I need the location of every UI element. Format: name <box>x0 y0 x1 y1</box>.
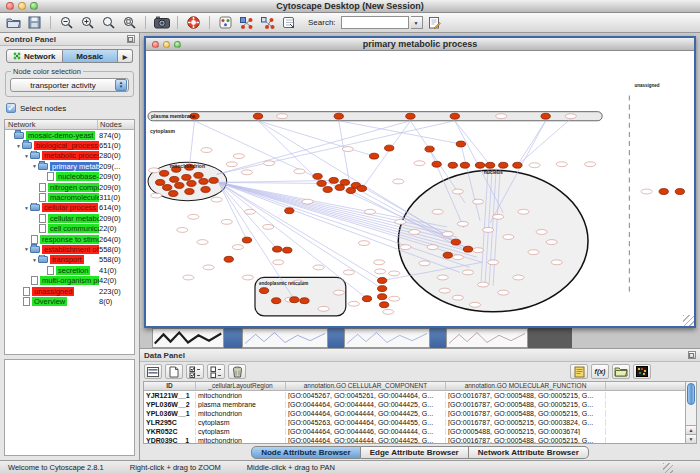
tree-row[interactable]: nitrogen compo209(0) <box>5 182 134 192</box>
color-attribute-dropdown[interactable]: transporter activity ▲▼ <box>10 78 129 92</box>
background-window[interactable] <box>528 328 572 348</box>
tree-row[interactable]: ▼primary metabo209(... <box>5 161 134 171</box>
formula-icon[interactable]: f(x) <box>591 364 609 379</box>
select-attributes-icon[interactable] <box>186 364 204 379</box>
table-row[interactable]: YKR052Ccytoplasm[GO:0044464, GO:0044446,… <box>144 427 685 436</box>
zoom-fit-icon[interactable] <box>120 14 139 31</box>
background-window[interactable] <box>242 328 328 348</box>
tab-node-attribute-browser[interactable]: Node Attribute Browser <box>251 446 361 459</box>
file-icon <box>39 183 46 192</box>
background-window[interactable] <box>344 328 430 348</box>
open-icon[interactable] <box>4 14 23 31</box>
table-row[interactable]: YLR295Ccytoplasm[GO:0045263, GO:0044464,… <box>144 418 685 427</box>
column-header[interactable]: annotation.GO CELLULAR_COMPONENT <box>286 382 446 390</box>
table-row[interactable]: YDR039C__1mitochondrion[GO:0044464, GO:0… <box>144 436 685 443</box>
delete-attribute-icon[interactable] <box>228 364 246 379</box>
close-button[interactable] <box>6 2 14 10</box>
tab-network[interactable]: Network <box>6 49 63 63</box>
app-titlebar[interactable]: Cytoscape Desktop (New Session) <box>0 0 700 13</box>
notes-icon[interactable] <box>570 364 588 379</box>
scroll-up-icon[interactable]: ▲ <box>686 425 696 434</box>
scroll-down-icon[interactable]: ▼ <box>686 434 696 443</box>
background-window[interactable] <box>152 328 224 348</box>
search-dropdown-arrow[interactable]: ▼ <box>411 16 423 29</box>
minimize-button[interactable] <box>18 2 26 10</box>
advanced-search-icon[interactable] <box>425 14 444 31</box>
tree-row[interactable]: ▼biological_process651(0) <box>5 140 134 150</box>
network-view-window[interactable]: primary metabolic process plasma membran… <box>144 36 696 328</box>
dropdown-stepper-icon: ▲▼ <box>115 79 127 91</box>
disclosure-triangle-icon[interactable]: ▼ <box>31 163 38 169</box>
background-window-frame[interactable] <box>224 328 242 348</box>
new-attribute-icon[interactable] <box>165 364 183 379</box>
disclosure-triangle-icon[interactable]: ▼ <box>31 257 38 263</box>
tree-row[interactable]: ▼cellular process614(0) <box>5 203 134 213</box>
edit-network-alt-icon[interactable] <box>258 14 277 31</box>
select-nodes-checkbox[interactable]: ✓ <box>6 103 16 113</box>
tab-network-attribute-browser[interactable]: Network Attribute Browser <box>469 446 589 459</box>
import-attributes-icon[interactable] <box>612 364 630 379</box>
zoom-selected-icon[interactable] <box>99 14 118 31</box>
tree-row[interactable]: response to stimulu264(0) <box>5 234 134 244</box>
tree-column-nodes[interactable]: Nodes <box>98 120 134 129</box>
column-header[interactable]: ID <box>144 382 196 390</box>
background-window-frame[interactable] <box>328 328 344 348</box>
dropdown-value: transporter activity <box>11 81 115 90</box>
tree-row[interactable]: secretion41(0) <box>5 265 134 275</box>
table-row[interactable]: YPL036W__2plasma membrane[GO:0044464, GO… <box>144 400 685 409</box>
table-row[interactable]: YPL036W__1mitochondrion[GO:0044464, GO:0… <box>144 409 685 418</box>
import-table-icon[interactable] <box>279 14 298 31</box>
minimize-button[interactable] <box>163 41 170 48</box>
edit-network-icon[interactable] <box>237 14 256 31</box>
tree-row[interactable]: cell communicat22(0) <box>5 224 134 234</box>
zoom-button[interactable] <box>174 41 181 48</box>
table-mode-icon[interactable] <box>144 364 162 379</box>
resize-grip-icon[interactable] <box>683 315 694 326</box>
disclosure-triangle-icon[interactable]: ▼ <box>23 153 30 159</box>
camera-icon[interactable] <box>152 14 171 31</box>
tab-edge-attribute-browser[interactable]: Edge Attribute Browser <box>361 446 469 459</box>
zoom-button[interactable] <box>30 2 38 10</box>
tree-row[interactable]: mosaic-demo-yeast874(0) <box>5 130 134 140</box>
table-row[interactable]: YJR121W__1mitochondrion[GO:0045267, GO:0… <box>144 391 685 400</box>
float-panel-icon[interactable] <box>688 351 696 359</box>
tree-row[interactable]: ▼transport558(0) <box>5 255 134 265</box>
select-nodes-label: Select nodes <box>20 104 66 113</box>
search-input[interactable] <box>341 16 409 29</box>
unselect-attributes-icon[interactable] <box>207 364 225 379</box>
table-scrollbar[interactable]: ▲ ▼ <box>685 382 696 443</box>
float-panel-icon[interactable] <box>127 35 135 43</box>
birds-eye-view-panel[interactable] <box>4 359 135 456</box>
network-canvas[interactable]: plasma membranecytoplasmmitochondrionnuc… <box>146 51 694 326</box>
tree-row[interactable]: cellular metabo209(0) <box>5 213 134 223</box>
tab-overflow-arrow[interactable]: ▶ <box>118 49 133 63</box>
tab-mosaic[interactable]: Mosaic <box>63 49 119 63</box>
tree-row[interactable]: unassigned223(0) <box>5 286 134 296</box>
column-header[interactable]: annotation.GO MOLECULAR_FUNCTION <box>446 382 606 390</box>
scrollbar-thumb[interactable] <box>687 383 695 405</box>
help-icon[interactable] <box>184 14 203 31</box>
disclosure-triangle-icon[interactable]: ▼ <box>15 143 22 149</box>
matrix-icon[interactable] <box>633 364 651 379</box>
resize-grip-icon[interactable] <box>663 463 673 473</box>
tree-row[interactable]: nucleobase-209(0) <box>5 172 134 182</box>
close-button[interactable] <box>152 41 159 48</box>
disclosure-triangle-icon[interactable]: ▼ <box>23 205 30 211</box>
file-icon <box>23 287 30 296</box>
tree-row[interactable]: Overview8(0) <box>5 296 134 306</box>
tree-column-network[interactable]: Network <box>5 120 98 129</box>
zoom-out-icon[interactable] <box>57 14 76 31</box>
background-window-frame[interactable] <box>430 328 446 348</box>
tree-row[interactable]: ▼establishment of lo558(0) <box>5 244 134 254</box>
background-window[interactable] <box>446 328 528 348</box>
vizmapper-icon[interactable] <box>216 14 235 31</box>
tree-row[interactable]: macromolecule311(0) <box>5 192 134 202</box>
network-graph[interactable]: plasma membranecytoplasmmitochondrionnuc… <box>146 51 694 326</box>
zoom-in-icon[interactable] <box>78 14 97 31</box>
tree-row[interactable]: ▼metabolic process280(0) <box>5 151 134 161</box>
tree-row[interactable]: multi-organism pro42(0) <box>5 275 134 285</box>
column-header[interactable]: _cellularLayoutRegion <box>196 382 286 390</box>
disclosure-triangle-icon[interactable]: ▼ <box>23 246 30 252</box>
save-icon[interactable] <box>25 14 44 31</box>
network-window-titlebar[interactable]: primary metabolic process <box>146 38 694 51</box>
